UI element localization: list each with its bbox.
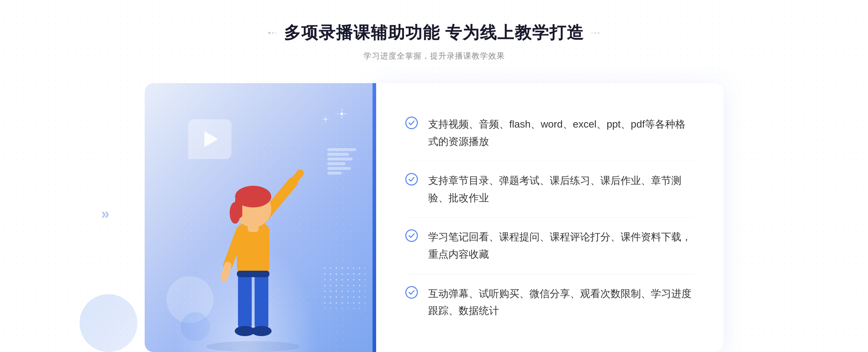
title-decorator-left (268, 32, 277, 34)
title-decorator-right (591, 32, 600, 34)
check-icon-4 (405, 286, 418, 299)
feature-item-4: 互动弹幕、试听购买、微信分享、观看次数限制、学习进度跟踪、数据统计 (405, 274, 694, 330)
svg-rect-15 (248, 225, 259, 232)
feature-text-1: 支持视频、音频、flash、word、excel、ppt、pdf等各种格式的资源… (428, 116, 694, 150)
deco-line-6 (327, 172, 342, 175)
header-section: 多项录播课辅助功能 专为线上教学打造 学习进度全掌握，提升录播课教学效果 (268, 22, 600, 61)
deco-circle-large (80, 294, 137, 352)
check-icon-1 (405, 116, 418, 129)
check-icon-3 (405, 229, 418, 242)
play-triangle-icon (204, 131, 218, 147)
features-card: 支持视频、音频、flash、word、excel、ppt、pdf等各种格式的资源… (376, 83, 723, 352)
svg-line-2 (293, 173, 300, 182)
feature-item-1: 支持视频、音频、flash、word、excel、ppt、pdf等各种格式的资源… (405, 105, 694, 161)
deco-line-5 (327, 167, 351, 170)
page-title: 多项录播课辅助功能 专为线上教学打造 (284, 22, 584, 44)
feature-text-3: 学习笔记回看、课程提问、课程评论打分、课件资料下载，重点内容收藏 (428, 228, 694, 263)
svg-rect-10 (238, 272, 252, 330)
deco-line-1 (327, 148, 356, 151)
svg-point-26 (406, 117, 417, 129)
svg-point-27 (406, 173, 417, 185)
header-title-row: 多项录播课辅助功能 专为线上教学打造 (268, 22, 600, 44)
check-icon-2 (405, 173, 418, 186)
svg-point-13 (251, 326, 272, 336)
deco-lines (327, 148, 356, 175)
deco-line-3 (327, 158, 353, 160)
svg-point-0 (206, 341, 300, 352)
feature-item-3: 学习笔记回看、课程提问、课程评论打分、课件资料下载，重点内容收藏 (405, 218, 694, 274)
page-subtitle: 学习进度全掌握，提升录播课教学效果 (268, 51, 600, 61)
svg-point-9 (230, 202, 241, 224)
svg-rect-14 (237, 271, 269, 277)
svg-line-5 (224, 265, 228, 278)
feature-text-4: 互动弹幕、试听购买、微信分享、观看次数限制、学习进度跟踪、数据统计 (428, 285, 694, 319)
person-illustration (181, 153, 326, 352)
content-area: 支持视频、音频、flash、word、excel、ppt、pdf等各种格式的资源… (145, 83, 723, 352)
svg-point-29 (406, 287, 417, 298)
blue-bar (373, 83, 376, 352)
deco-line-4 (327, 162, 345, 165)
outer-arrows-decoration: » (101, 206, 109, 222)
sparkle-small (322, 116, 329, 124)
feature-text-2: 支持章节目录、弹题考试、课后练习、课后作业、章节测验、批改作业 (428, 172, 694, 206)
deco-line-2 (327, 153, 349, 156)
dots-grid-decoration (322, 265, 365, 309)
svg-rect-11 (255, 272, 268, 330)
sparkle-decoration (336, 108, 347, 121)
svg-point-28 (406, 230, 417, 241)
illustration-card (145, 83, 376, 352)
page-container: 多项录播课辅助功能 专为线上教学打造 学习进度全掌握，提升录播课教学效果 » (0, 0, 868, 352)
svg-point-16 (340, 112, 343, 115)
svg-point-21 (324, 118, 327, 120)
feature-item-2: 支持章节目录、弹题考试、课后练习、课后作业、章节测验、批改作业 (405, 161, 694, 218)
